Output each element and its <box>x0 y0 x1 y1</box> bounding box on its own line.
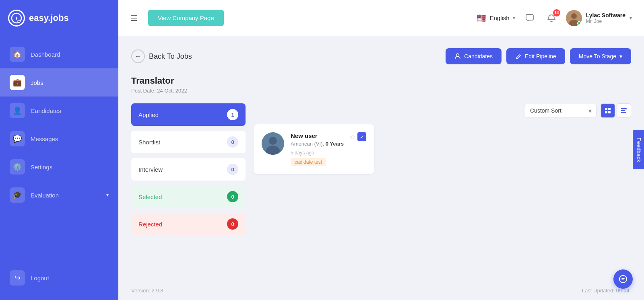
sidebar-item-evaluation[interactable]: 🎓 Evaluation ▾ <box>0 181 118 209</box>
move-to-stage-button[interactable]: Move To Stage ▾ <box>570 48 631 64</box>
sidebar-label-evaluation: Evaluation <box>31 192 59 199</box>
user-role: Mr. Joe <box>586 18 625 24</box>
user-chevron-icon: ▾ <box>630 15 632 21</box>
logout-item[interactable]: ↪ Logout <box>0 264 118 292</box>
sort-select-wrapper: Custom Sort Date Applied Name <box>524 104 597 117</box>
stage-shortlist[interactable]: Shortlist 0 <box>131 131 246 153</box>
online-status-icon <box>577 21 581 25</box>
sidebar-label-jobs: Jobs <box>31 79 43 86</box>
logo: i easy.jobs <box>0 0 118 36</box>
stage-applied[interactable]: Applied 1 <box>131 103 246 126</box>
stage-interview-label: Interview <box>138 166 163 173</box>
candidate-meta: American (VI), 0 Years <box>291 141 344 147</box>
stage-rejected[interactable]: Rejected 0 <box>131 213 246 235</box>
sort-select[interactable]: Custom Sort Date Applied Name <box>524 104 597 117</box>
check-icon[interactable]: ✓ <box>357 132 366 141</box>
candidates-btn-icon <box>454 53 461 60</box>
sidebar-item-messages[interactable]: 💬 Messages <box>0 125 118 153</box>
stage-selected-label: Selected <box>138 193 162 200</box>
svg-point-2 <box>18 20 20 23</box>
main-content: ☰ View Company Page 🇺🇸 English ▾ 13 <box>118 0 644 300</box>
edit-pipeline-btn-label: Edit Pipeline <box>525 53 556 60</box>
card-actions: ☆ ✓ <box>349 132 366 141</box>
svg-rect-10 <box>605 111 607 113</box>
stage-interview[interactable]: Interview 0 <box>131 158 246 181</box>
candidates-icon: 👤 <box>10 103 25 118</box>
stage-interview-count: 0 <box>227 164 238 175</box>
stage-rejected-count: 0 <box>227 218 238 230</box>
list-icon <box>621 107 627 114</box>
notification-icon[interactable]: 13 <box>544 11 559 25</box>
sidebar-item-candidates[interactable]: 👤 Candidates <box>0 97 118 125</box>
page-header: ← Back To Jobs Candidates Edit Pipeline … <box>131 48 631 64</box>
candidates-button[interactable]: Candidates <box>446 48 502 64</box>
user-info[interactable]: Lylac Software Mr. Joe ▾ <box>566 10 632 26</box>
sidebar-label-messages: Messages <box>31 136 58 142</box>
avatar <box>566 10 582 26</box>
candidate-card[interactable]: New user American (VI), 0 Years 5 days a… <box>254 124 374 174</box>
svg-rect-11 <box>608 111 611 113</box>
candidate-experience: 0 Years <box>326 141 344 147</box>
svg-rect-13 <box>621 110 625 111</box>
view-company-button[interactable]: View Company Page <box>148 10 224 26</box>
float-chat-button[interactable] <box>613 269 633 289</box>
candidate-tag: cadidate test <box>291 158 326 166</box>
pipeline-stages: Applied 1 Shortlist 0 Interview 0 Select… <box>131 103 246 235</box>
float-chat-icon <box>619 275 627 284</box>
star-icon[interactable]: ☆ <box>349 133 355 141</box>
main-layout: Applied 1 Shortlist 0 Interview 0 Select… <box>131 103 631 235</box>
sidebar-item-dashboard[interactable]: 🏠 Dashboard <box>0 40 118 68</box>
home-icon: 🏠 <box>10 47 25 62</box>
version-text: Version: 2.9.8 <box>131 288 163 294</box>
sidebar: i easy.jobs 🏠 Dashboard 💼 Jobs 👤 Candida… <box>0 0 118 300</box>
move-stage-btn-label: Move To Stage <box>579 53 616 60</box>
language-selector[interactable]: 🇺🇸 English ▾ <box>477 13 515 23</box>
content-area: ← Back To Jobs Candidates Edit Pipeline … <box>118 36 644 281</box>
edit-icon <box>515 53 522 60</box>
menu-icon[interactable]: ☰ <box>130 13 138 23</box>
candidate-info: New user American (VI), 0 Years 5 days a… <box>291 132 366 166</box>
sidebar-item-settings[interactable]: ⚙️ Settings <box>0 153 118 181</box>
svg-rect-9 <box>608 108 611 110</box>
move-stage-chevron-icon: ▾ <box>619 53 622 60</box>
grid-view-button[interactable] <box>601 103 615 118</box>
candidates-btn-label: Candidates <box>464 53 493 60</box>
feedback-tab[interactable]: Feedback <box>633 130 644 169</box>
topbar: ☰ View Company Page 🇺🇸 English ▾ 13 <box>118 0 644 36</box>
topbar-right: 🇺🇸 English ▾ 13 <box>477 10 632 26</box>
user-company: Lylac Software <box>586 12 625 18</box>
svg-rect-8 <box>605 108 607 110</box>
language-chevron-icon: ▾ <box>513 15 515 21</box>
logo-icon: i <box>8 10 25 27</box>
language-label: English <box>490 14 510 21</box>
flag-icon: 🇺🇸 <box>477 13 487 23</box>
svg-rect-3 <box>526 14 533 20</box>
logo-text: easy.jobs <box>29 13 69 23</box>
svg-point-5 <box>571 13 577 19</box>
post-date-label: Post Date: <box>131 88 156 94</box>
stage-selected-count: 0 <box>227 191 238 202</box>
evaluation-arrow: ▾ <box>106 192 109 198</box>
back-to-jobs-link[interactable]: ← Back To Jobs <box>131 49 192 63</box>
logout-icon: ↪ <box>10 270 25 286</box>
svg-point-18 <box>619 275 627 283</box>
jobs-icon: 💼 <box>10 75 25 90</box>
job-info: Translator Post Date: 24 Oct, 2022 <box>131 76 631 94</box>
chat-icon[interactable] <box>522 11 537 25</box>
logout-label: Logout <box>31 275 49 282</box>
stage-selected[interactable]: Selected 0 <box>131 185 246 208</box>
edit-pipeline-button[interactable]: Edit Pipeline <box>506 48 565 64</box>
back-label: Back To Jobs <box>149 52 192 61</box>
stage-shortlist-count: 0 <box>227 136 238 148</box>
back-arrow-icon: ← <box>131 49 145 63</box>
svg-text:i: i <box>16 15 18 21</box>
evaluation-icon: 🎓 <box>10 187 25 203</box>
job-date: Post Date: 24 Oct, 2022 <box>131 88 631 94</box>
view-toggle <box>601 103 631 118</box>
sidebar-label-candidates: Candidates <box>31 107 61 114</box>
list-view-button[interactable] <box>617 103 631 118</box>
sidebar-label-settings: Settings <box>31 164 52 171</box>
settings-icon: ⚙️ <box>10 159 25 175</box>
page-footer: Version: 2.9.8 Last Updated: 09-04- <box>118 281 644 300</box>
sidebar-item-jobs[interactable]: 💼 Jobs <box>0 68 118 97</box>
